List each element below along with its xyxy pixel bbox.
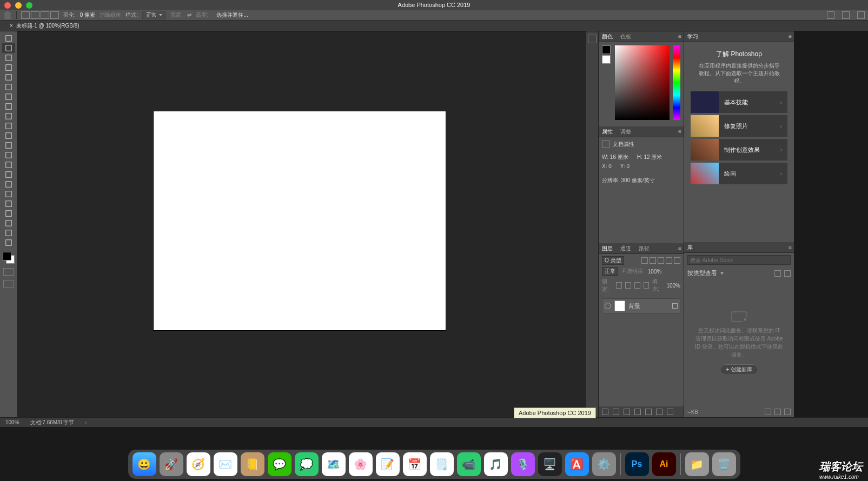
tab-swatches[interactable]: 色板 [619,33,632,41]
dock-app-settings[interactable]: ⚙️ [592,452,616,476]
grid-view-icon[interactable] [774,270,781,277]
select-and-mask-button[interactable]: 选择并遮住... [212,11,252,19]
dock-app-photoshop[interactable]: Ps [625,452,649,476]
workspace-icon[interactable] [842,11,850,19]
tool-move[interactable] [2,34,15,43]
tab-paths[interactable]: 路径 [638,245,651,252]
document-info[interactable]: 文档:7.66M/0 字节 [30,419,75,426]
dock-app-wechat[interactable]: 💬 [268,452,291,476]
tool-pen[interactable] [2,179,15,189]
dock-app-contacts[interactable]: 📒 [241,452,264,476]
tab-properties[interactable]: 属性 [601,128,614,136]
opacity-value[interactable]: 100% [648,269,662,275]
tool-crop[interactable] [2,72,15,82]
document-canvas[interactable] [154,111,446,330]
tool-quick-select[interactable] [2,63,15,72]
layer-kind-filter[interactable]: Q 类型 [602,256,624,265]
layer-style-icon[interactable] [613,409,619,415]
group-icon[interactable] [645,409,652,415]
tab-channels[interactable]: 通道 [619,245,632,252]
list-view-icon[interactable] [784,270,791,277]
dock-app-calendar[interactable]: 📅 [403,452,427,476]
dock-app-appstore[interactable]: 🅰️ [565,452,589,476]
dock-app-messages[interactable]: 💭 [295,452,319,476]
collapsed-panel-icon[interactable] [588,35,597,43]
dock-trash[interactable]: 🗑️ [712,452,736,476]
tool-path-select[interactable] [2,199,15,209]
layer-name[interactable]: 背景 [628,302,640,310]
learn-card-paint[interactable]: 绘画› [691,163,787,184]
dock-app-reminders[interactable]: 📝 [376,452,400,476]
dock-app-safari[interactable]: 🧭 [187,452,210,476]
tool-frame[interactable] [2,82,15,92]
tool-zoom[interactable] [2,228,15,238]
panel-menu-icon[interactable]: ≡ [789,244,792,250]
dock-app-notes[interactable]: 🗒️ [430,452,454,476]
screenmode-button[interactable] [3,280,14,288]
learn-card-retouch[interactable]: 修复照片› [691,115,787,137]
fill-value[interactable]: 100% [666,283,680,289]
dock-app-podcasts[interactable]: 🎙️ [511,452,535,476]
lock-pixels-icon[interactable] [625,282,631,289]
dock-app-finder[interactable]: 😀 [132,452,156,476]
document-tab-title[interactable]: 未标题-1 @ 100%(RGB/8) [16,22,79,30]
search-icon[interactable] [827,11,834,19]
feather-value[interactable]: 0 像素 [80,11,95,19]
lock-transparency-icon[interactable] [616,282,622,289]
learn-card-basics[interactable]: 基本技能› [691,91,787,113]
share-icon[interactable] [857,11,865,19]
filter-adjust-icon[interactable] [650,257,656,264]
tool-dodge[interactable] [2,170,15,179]
lock-position-icon[interactable] [634,282,640,289]
fg-bg-swatch[interactable] [602,45,612,123]
home-button[interactable] [3,11,12,19]
filter-type-icon[interactable] [658,257,664,264]
tool-hand[interactable] [2,218,15,228]
sync-icon[interactable] [765,409,771,415]
color-field[interactable] [615,45,670,120]
tool-marquee[interactable] [2,43,15,53]
tool-rectangle[interactable] [2,209,15,218]
close-tab-button[interactable]: × [10,23,13,29]
create-library-button[interactable]: + 创建新库 [720,364,758,375]
dock-app-tv[interactable]: 🖥️ [538,452,562,476]
library-view-dropdown[interactable]: 按类型查看 [687,269,717,277]
selection-mode-icons[interactable] [21,11,59,19]
delete-layer-icon[interactable] [667,409,673,415]
maximize-window-button[interactable] [26,2,32,9]
library-search-input[interactable] [687,255,791,265]
filter-smart-icon[interactable] [674,257,680,264]
visibility-toggle-icon[interactable] [605,303,611,309]
close-window-button[interactable] [4,2,11,9]
intersect-selection-icon[interactable] [50,11,59,19]
tool-more[interactable] [2,238,15,248]
tool-eraser[interactable] [2,141,15,150]
quickmask-button[interactable] [3,268,14,276]
blend-mode-dropdown[interactable]: 正常 [602,267,618,276]
dock-app-illustrator[interactable]: Ai [652,452,676,476]
dock-app-photos[interactable]: 🌸 [349,452,373,476]
tool-blur[interactable] [2,160,15,170]
tab-learn[interactable]: 学习 [686,33,699,41]
filter-pixel-icon[interactable] [641,257,648,264]
tool-gradient[interactable] [2,150,15,160]
tab-adjustments[interactable]: 调整 [619,128,632,136]
minimize-window-button[interactable] [15,2,22,9]
tool-stamp[interactable] [2,121,15,131]
tool-lasso[interactable] [2,53,15,63]
dock-app-launchpad[interactable]: 🚀 [160,452,183,476]
new-selection-icon[interactable] [21,11,30,19]
new-layer-icon[interactable] [656,409,662,415]
canvas-area[interactable] [17,31,586,417]
layer-mask-icon[interactable] [624,409,630,415]
tab-layers[interactable]: 图层 [601,245,614,252]
layer-thumbnail[interactable] [614,300,625,311]
dock-app-mail[interactable]: ✉️ [214,452,237,476]
hue-slider[interactable] [673,45,680,120]
tab-library[interactable]: 库 [686,244,694,251]
panel-menu-icon[interactable]: ≡ [678,34,681,39]
adjustment-layer-icon[interactable] [634,409,641,415]
lock-all-icon[interactable] [644,282,650,289]
tool-heal[interactable] [2,102,15,111]
layer-row-background[interactable]: 背景 [602,298,680,313]
